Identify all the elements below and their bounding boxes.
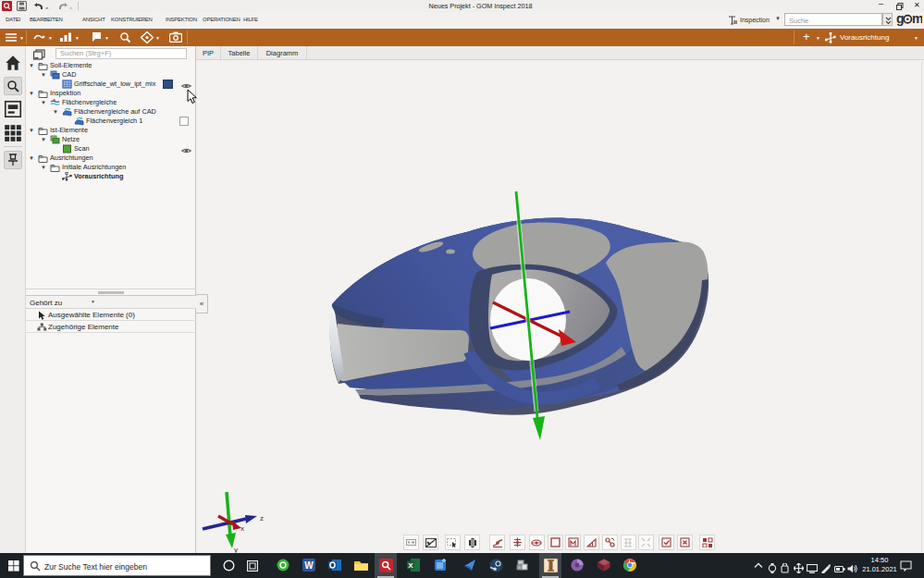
svg-text:y: y [234, 546, 238, 553]
svg-text:X: X [408, 561, 413, 570]
svg-text:z: z [260, 514, 264, 523]
svg-text:W: W [304, 560, 314, 571]
svg-text:m: m [912, 12, 922, 26]
svg-text:x: x [240, 524, 244, 533]
svg-text:g: g [896, 12, 905, 26]
